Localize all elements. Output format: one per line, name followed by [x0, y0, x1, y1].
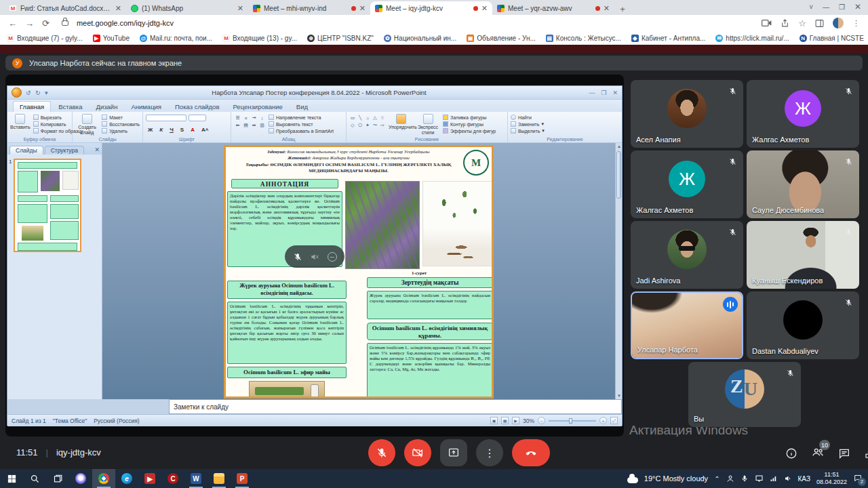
taskbar-explorer-icon[interactable]	[208, 469, 231, 488]
tray-expand-icon[interactable]: ⌃	[714, 475, 719, 483]
paste-button[interactable]: Вставить	[10, 113, 31, 136]
bullets-icon[interactable]: ☰	[234, 115, 241, 121]
indent-icon[interactable]: ⇥	[250, 115, 258, 121]
vertical-scrollbar[interactable]: ▲ ▼	[615, 143, 622, 399]
start-button[interactable]	[0, 469, 23, 488]
status-language[interactable]: Русский (Россия)	[94, 418, 139, 424]
mic-off-icon[interactable]	[293, 252, 302, 262]
participant-tile-you[interactable]: ZU Вы	[688, 362, 801, 427]
network-icon[interactable]	[770, 474, 778, 483]
camera-indicator-icon[interactable]	[762, 19, 772, 27]
leave-call-button[interactable]	[512, 439, 550, 466]
ribbon-tab-slideshow[interactable]: Показ слайдов	[169, 102, 225, 112]
align-center-icon[interactable]: ▤	[242, 122, 250, 129]
lock-icon[interactable]	[62, 20, 68, 26]
forward-icon[interactable]: →	[25, 19, 34, 28]
bookmark[interactable]: MВходящие (7) - gyly...	[7, 35, 83, 42]
task-view-icon[interactable]	[46, 469, 69, 488]
quick-access-toolbar[interactable]: ↺ ↻ ▾	[26, 89, 50, 96]
participant-tile[interactable]: Ж Жалгас Ахметов	[631, 150, 743, 218]
participant-tile-speaking[interactable]: Улсапар Нарбота	[631, 291, 743, 359]
normal-view-icon[interactable]: ▣	[490, 417, 498, 424]
present-button[interactable]	[440, 439, 467, 466]
shadow-button[interactable]: S	[178, 126, 186, 134]
tray-display-icon[interactable]	[755, 474, 764, 483]
italic-button[interactable]: К	[157, 126, 165, 134]
slide-editing-area[interactable]: Ізденуші: Биология мамандығының 3 курс с…	[102, 143, 622, 399]
bookmark[interactable]: ▶YouTube	[93, 35, 130, 42]
scroll-up-icon[interactable]: ▲	[616, 143, 622, 150]
zoom-out-icon[interactable]: –	[538, 417, 545, 424]
weather-icon[interactable]	[627, 477, 638, 483]
tab-search-icon[interactable]: ˅	[809, 3, 813, 11]
replace-button[interactable]: Заменить ▾	[511, 121, 545, 127]
office-button[interactable]	[12, 87, 22, 98]
ribbon-tab-insert[interactable]: Вставка	[52, 102, 88, 112]
remove-tile-icon[interactable]: –	[328, 252, 337, 262]
close-icon[interactable]: ✕	[854, 2, 861, 12]
participant-tile[interactable]: Куаныш Ескендиров	[747, 221, 859, 289]
taskbar-edge-icon[interactable]: e	[115, 469, 138, 488]
scrollbar-thumb[interactable]	[616, 151, 621, 199]
tray-person-icon[interactable]	[726, 474, 734, 483]
minimize-icon[interactable]: —	[823, 3, 829, 11]
bookmark[interactable]: @Mail.ru: почта, пои...	[140, 35, 212, 42]
activities-icon[interactable]	[864, 447, 868, 460]
shapes-gallery[interactable]: ▭╲○△☆ ◇⬠✦〜⇨	[349, 113, 386, 136]
side-panel-icon[interactable]	[815, 19, 824, 28]
shape-outline-button[interactable]: Контур фигуры	[443, 121, 496, 127]
tab-outline[interactable]: Структура	[45, 146, 84, 155]
zoom-in-icon[interactable]: +	[599, 417, 607, 424]
ribbon-tab-home[interactable]: Главная	[13, 101, 51, 112]
tab-close-icon[interactable]: ✕	[604, 5, 610, 12]
bookmark[interactable]: ✉https://click.mail.ru/...	[715, 35, 789, 42]
numbering-icon[interactable]: ≡	[242, 115, 250, 121]
participant-tile[interactable]: Jadi Ashirova	[631, 221, 743, 289]
camera-toggle-button[interactable]	[404, 439, 431, 466]
bookmark[interactable]: ⊕ЦЕНТР "ISBN.KZ"	[307, 35, 374, 42]
volume-icon[interactable]	[784, 474, 792, 483]
font-color-button[interactable]: А	[189, 126, 197, 134]
audio-off-icon[interactable]	[310, 252, 319, 262]
reset-button[interactable]: Восстановить	[102, 121, 140, 127]
new-tab-button[interactable]: +	[614, 3, 631, 15]
reload-icon[interactable]: ⟳	[42, 19, 50, 28]
taskbar-red-app-icon[interactable]: ▶	[138, 469, 161, 488]
columns-icon[interactable]: ▥	[258, 122, 266, 129]
browser-tab[interactable]: MFwd: Статья AutoCad.docx - gyly✕	[4, 1, 126, 15]
font-name-select[interactable]	[146, 115, 186, 121]
bookmark[interactable]: MВходящие (13) - gy...	[222, 35, 297, 42]
ppt-close-icon[interactable]: ✕	[612, 89, 618, 96]
participant-tile[interactable]: Ж Жалгас Ахметов	[747, 80, 859, 148]
tray-mic-icon[interactable]	[741, 474, 749, 483]
text-direction-button[interactable]: Направление текста	[269, 115, 334, 120]
browser-tab[interactable]: Meet – mhi-wnyv-ind✕	[248, 1, 370, 15]
browser-tab-active[interactable]: Meet – iqy-jdtg-kcv✕	[370, 1, 492, 15]
ppt-restore-icon[interactable]: ❐	[601, 89, 606, 96]
ribbon-tab-animation[interactable]: Анимация	[125, 102, 167, 112]
spacing-icon[interactable]: ↕	[258, 115, 266, 121]
scroll-down-icon[interactable]: ▼	[616, 392, 622, 399]
align-text-button[interactable]: Выровнять текст	[269, 121, 334, 127]
bold-button[interactable]: Ж	[146, 126, 155, 134]
notes-placeholder[interactable]: Заметки к слайду	[169, 399, 622, 414]
new-slide-button[interactable]: Создать слайд	[75, 113, 99, 136]
fit-to-window-icon[interactable]: ⤢	[610, 417, 618, 424]
taskbar-word-icon[interactable]: W	[184, 469, 208, 488]
notification-center-icon[interactable]: 2	[853, 474, 863, 484]
back-icon[interactable]: ←	[8, 19, 17, 28]
participant-tile[interactable]: Dastan Kabdualiyev	[747, 291, 859, 359]
mic-toggle-button[interactable]	[368, 439, 395, 466]
taskbar-chrome-icon[interactable]	[92, 469, 115, 488]
tab-close-icon[interactable]: ✕	[359, 5, 366, 12]
participant-tile[interactable]: Асел Анапия	[631, 80, 743, 148]
ppt-minimize-icon[interactable]: —	[589, 89, 595, 96]
browser-menu-icon[interactable]: ⋮	[852, 19, 860, 28]
chat-icon[interactable]	[838, 447, 850, 460]
search-icon[interactable]	[23, 469, 46, 488]
participant-tile[interactable]: Сауле Дюсембинова	[747, 150, 859, 218]
taskbar-clock[interactable]: 11:5108.04.2022	[816, 471, 847, 487]
cortana-icon[interactable]	[69, 469, 92, 488]
taskbar-red-c-app-icon[interactable]: C	[161, 469, 184, 488]
profile-avatar[interactable]	[833, 18, 844, 28]
